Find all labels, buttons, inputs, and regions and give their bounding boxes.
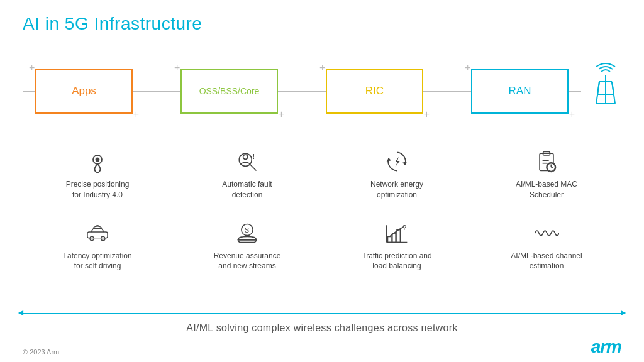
column-ric: Network energyoptimization ? Tra — [340, 148, 453, 272]
pipeline-box-apps: + Apps + — [35, 69, 133, 114]
fault-icon: ! — [233, 148, 261, 175]
arrow-container — [23, 307, 621, 320]
pipeline-box-oss: + OSS/BSS/Core + — [180, 69, 278, 114]
item-mac: AI/ML-based MACScheduler — [516, 148, 577, 200]
item-channel: AI/ML-based channelestimation — [511, 219, 582, 272]
items-section: Precise positioningfor Industry 4.0 Late… — [23, 148, 621, 272]
svg-line-14 — [250, 165, 257, 171]
column-ran: AI/ML-based MACScheduler AI/ML-based cha… — [490, 148, 603, 272]
svg-text:?: ? — [402, 223, 406, 231]
svg-point-11 — [90, 236, 94, 240]
energy-label: Network energyoptimization — [370, 179, 423, 200]
revenue-icon: $ — [233, 219, 261, 247]
revenue-label: Revenue assuranceand new streams — [214, 251, 281, 272]
latency-label: Latency optimizationfor self driving — [63, 251, 131, 272]
svg-point-29 — [547, 163, 556, 172]
corner-mark-tl-oss: + — [174, 62, 180, 74]
corner-mark-br-ran: + — [569, 109, 575, 120]
traffic-label: Traffic prediction andload balancing — [362, 251, 431, 272]
corner-mark-tl-ric: + — [319, 62, 325, 74]
svg-marker-19 — [402, 162, 407, 165]
apps-label: Apps — [72, 85, 96, 97]
arm-logo: arm — [591, 337, 621, 357]
page-title: AI in 5G Infrastructure — [23, 14, 202, 34]
energy-icon — [383, 148, 411, 175]
svg-rect-21 — [387, 236, 391, 242]
item-traffic: ? Traffic prediction andload balancing — [362, 219, 431, 272]
svg-point-12 — [101, 236, 105, 240]
column-oss: ! Automatic faultdetection $ Revenue ass… — [191, 148, 304, 272]
corner-mark-tl-ran: + — [465, 62, 470, 74]
fault-label: Automatic faultdetection — [222, 179, 272, 200]
oss-label: OSS/BSS/Core — [199, 86, 260, 96]
footer-copyright: © 2023 Arm — [23, 348, 59, 356]
corner-mark-tl: + — [29, 62, 35, 74]
item-revenue: $ Revenue assuranceand new streams — [214, 219, 281, 272]
pipeline-box-ran: + RAN + — [471, 69, 569, 114]
pipeline-box-ric: + RIC + — [326, 69, 423, 114]
bottom-section: AI/ML solving complex wireless challenge… — [23, 307, 621, 334]
ric-label: RIC — [365, 85, 384, 97]
corner-mark-br-ric: + — [424, 109, 430, 120]
svg-text:$: $ — [245, 226, 249, 234]
item-fault: ! Automatic faultdetection — [222, 148, 272, 200]
positioning-icon — [84, 148, 111, 175]
svg-point-15 — [243, 155, 248, 159]
item-energy: Network energyoptimization — [370, 148, 423, 200]
svg-text:!: ! — [253, 153, 255, 160]
pipeline-boxes-row: + Apps + + OSS/BSS/Core + + RIC + + RAN … — [23, 69, 581, 114]
mac-icon — [533, 148, 560, 175]
channel-label: AI/ML-based channelestimation — [511, 251, 582, 272]
corner-mark-br: + — [133, 109, 139, 120]
positioning-label: Precise positioningfor Industry 4.0 — [66, 179, 130, 200]
item-positioning: Precise positioningfor Industry 4.0 — [66, 148, 130, 200]
svg-point-9 — [96, 158, 99, 162]
column-apps: Precise positioningfor Industry 4.0 Late… — [41, 148, 154, 272]
latency-icon — [84, 219, 111, 247]
item-latency: Latency optimizationfor self driving — [63, 219, 131, 272]
svg-marker-20 — [387, 158, 391, 162]
tower-icon — [590, 63, 621, 107]
ran-label: RAN — [509, 85, 531, 97]
pipeline: + Apps + + OSS/BSS/Core + + RIC + + RAN … — [23, 60, 581, 123]
mac-label: AI/ML-based MACScheduler — [516, 179, 577, 200]
arrow-line — [23, 313, 621, 314]
svg-rect-23 — [397, 229, 400, 242]
corner-mark-br-oss: + — [279, 109, 284, 120]
channel-icon — [533, 219, 560, 247]
traffic-icon: ? — [383, 219, 411, 247]
bottom-text: AI/ML solving complex wireless challenge… — [186, 322, 458, 334]
